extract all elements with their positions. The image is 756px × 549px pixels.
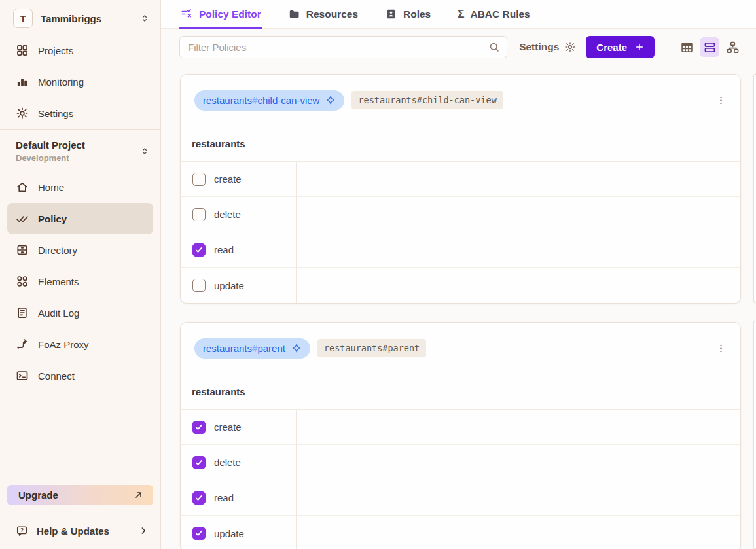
action-label: create [214,173,242,185]
role-sparkle-icon [291,343,302,353]
action-label: update [214,528,244,539]
project-switcher[interactable]: Default Project Development [0,130,160,171]
sidebar-item-directory[interactable]: Directory [7,234,153,266]
create-button[interactable]: Create [586,36,655,58]
tab-label: ABAC Rules [470,9,530,20]
terminal-icon [16,369,29,382]
sidebar-item-label: Projects [38,45,73,56]
role-badge[interactable]: restaurants#child-can-view [194,90,344,111]
chevron-updown-icon [139,13,150,24]
tab-label: Resources [306,9,358,20]
grid-icon [16,44,29,57]
create-label: Create [596,42,627,53]
policy-card-list: restaurants#child-can-view restaurants#c… [161,65,756,549]
sidebar-item-foaz-proxy[interactable]: FoAz Proxy [7,328,153,360]
sidebar-item-projects[interactable]: Projects [7,35,153,66]
folder-icon [288,8,300,20]
arrow-up-right-icon [133,489,144,501]
policy-toolbar: Settings Create [161,29,756,65]
upgrade-label: Upgrade [18,489,58,501]
bar-chart-icon [16,75,29,88]
environment-name: Development [16,153,85,163]
sidebar-item-label: Elements [38,276,79,287]
document-icon [16,306,29,319]
gear-icon [16,107,29,120]
sidebar-item-monitoring[interactable]: Monitoring [7,66,153,97]
gear-icon [564,41,576,53]
action-checkbox[interactable] [192,208,206,221]
action-checkbox[interactable] [192,491,206,505]
action-row-delete: delete [181,197,740,232]
toolbar-divider [664,36,664,58]
action-row-create: create [181,410,740,445]
hierarchy-view-button[interactable] [723,37,742,57]
action-row-update: update [181,516,740,549]
card-menu-button[interactable] [711,91,730,109]
tab-label: Roles [403,9,431,20]
tab-policy-editor[interactable]: Policy Editor [179,0,262,29]
action-checkbox[interactable] [192,527,206,540]
resource-header: restaurants [181,126,740,162]
role-badge[interactable]: restaurants#parent [194,338,310,359]
rows-view-button[interactable] [700,37,719,57]
filter-policies-input[interactable] [179,36,507,58]
workspace-nav: Projects Monitoring Settings [0,35,160,129]
action-label: delete [214,457,241,468]
double-check-icon [16,212,29,225]
home-icon [16,181,29,194]
action-row-delete: delete [181,445,740,480]
offscreen-card-edge [753,74,756,302]
app-root: T Tammibriggs Projects Monitoring [0,0,756,549]
chevron-right-icon [138,525,149,536]
action-checkbox[interactable] [192,421,206,434]
sidebar-item-elements[interactable]: Elements [7,266,153,297]
org-switcher[interactable]: T Tammibriggs [13,7,150,29]
sidebar-item-label: Connect [38,370,75,381]
help-updates-button[interactable]: ? Help & Updates [0,512,160,549]
policy-settings-button[interactable]: Settings [519,41,576,53]
table-view-button[interactable] [677,37,696,57]
role-sparkle-icon [325,95,336,105]
action-checkbox[interactable] [192,456,206,469]
action-checkbox[interactable] [192,279,206,292]
action-row-read: read [181,232,740,268]
sidebar-item-label: Directory [38,245,77,256]
offscreen-card-edge [753,321,756,549]
circles-grid-icon [16,275,29,288]
cabinet-icon [16,243,29,257]
action-row-update: update [181,268,740,303]
org-name: Tammibriggs [41,13,101,24]
tab-bar: Policy Editor Resources Roles Σ ABAC Rul… [161,0,756,29]
project-nav: Home Policy Directory Elements [0,171,160,391]
role-key-tag: restaurants#parent [317,339,426,357]
tab-abac-rules[interactable]: Σ ABAC Rules [456,0,531,29]
sidebar-item-policy[interactable]: Policy [7,203,153,234]
action-label: update [214,280,244,291]
sidebar-item-connect[interactable]: Connect [7,360,153,391]
resource-header: restaurants [181,374,740,410]
help-updates-label: Help & Updates [37,525,109,537]
tab-roles[interactable]: Roles [384,0,432,29]
policy-card-child-can-view: restaurants#child-can-view restaurants#c… [180,74,741,304]
action-label: create [214,421,242,433]
action-label: read [214,492,234,503]
sidebar-item-audit-log[interactable]: Audit Log [7,297,153,328]
sidebar-item-label: Home [38,182,64,193]
action-checkbox[interactable] [192,173,206,186]
role-key-tag: restaurants#child-can-view [351,91,503,109]
tab-resources[interactable]: Resources [287,0,359,29]
sidebar-item-settings[interactable]: Settings [7,97,153,129]
settings-label: Settings [519,41,559,53]
project-name: Default Project [16,139,85,151]
upgrade-button[interactable]: Upgrade [7,485,153,505]
avatar: T [13,9,33,28]
sidebar: T Tammibriggs Projects Monitoring [0,0,161,549]
action-checkbox[interactable] [192,243,206,257]
sidebar-item-label: FoAz Proxy [38,339,89,350]
sidebar-item-home[interactable]: Home [7,171,153,203]
sidebar-item-label: Policy [38,213,67,224]
search-icon [488,41,500,53]
tab-label: Policy Editor [199,9,261,20]
card-menu-button[interactable] [711,339,730,357]
policy-card-parent: restaurants#parent restaurants#parent re… [180,322,741,549]
